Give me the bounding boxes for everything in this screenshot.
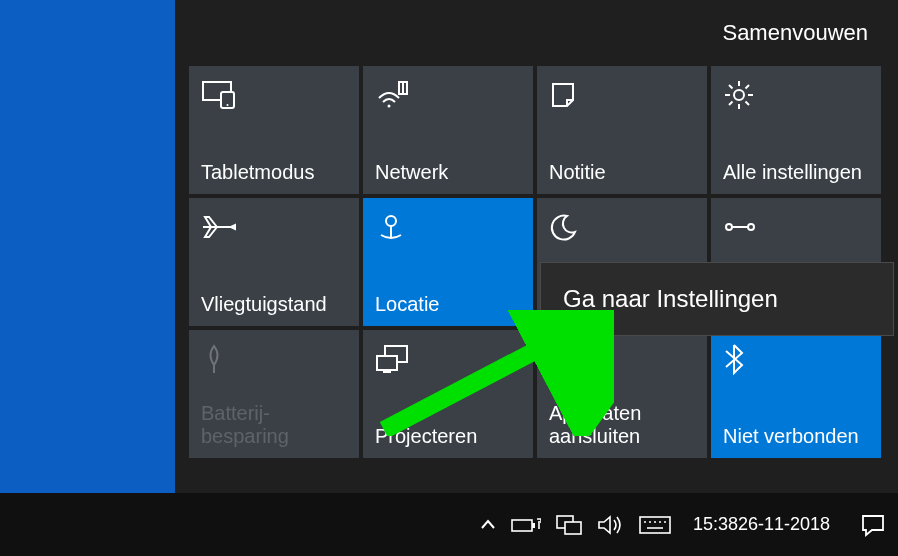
context-menu: Ga naar Instellingen (540, 262, 894, 336)
svg-rect-34 (640, 517, 670, 533)
tile-project[interactable]: Projecteren (363, 330, 533, 458)
volume-icon[interactable] (597, 493, 625, 556)
tray-overflow-chevron[interactable] (479, 493, 497, 556)
project-icon (375, 342, 415, 376)
svg-line-12 (746, 102, 750, 106)
moon-icon (549, 210, 589, 244)
svg-point-15 (386, 216, 396, 226)
svg-line-11 (729, 85, 733, 89)
svg-line-13 (729, 102, 733, 106)
location-icon (375, 210, 415, 244)
tile-label: Apparaten aansluiten (549, 402, 695, 448)
vpn-icon (723, 210, 763, 244)
svg-line-14 (746, 85, 750, 89)
tile-all-settings[interactable]: Alle instellingen (711, 66, 881, 194)
tile-label: Netwerk (375, 161, 521, 184)
clock-time: 15:38 (693, 514, 738, 536)
tile-label: Notitie (549, 161, 695, 184)
svg-rect-30 (512, 520, 532, 531)
tile-label: Alle instellingen (723, 161, 869, 184)
desktop-background-strip (0, 0, 175, 493)
svg-rect-27 (575, 346, 583, 356)
tile-connect[interactable]: Apparaten aansluiten (537, 330, 707, 458)
tile-label: Locatie (375, 293, 521, 316)
tile-label: Tabletmodus (201, 161, 347, 184)
action-center-panel: Samenvouwen Tabletmodus (175, 0, 898, 493)
collapse-button[interactable]: Samenvouwen (722, 20, 868, 46)
tile-airplane-mode[interactable]: Vliegtuigstand (189, 198, 359, 326)
tile-network[interactable]: Netwerk (363, 66, 533, 194)
svg-point-2 (227, 104, 229, 106)
svg-point-28 (578, 352, 580, 354)
power-icon[interactable] (511, 493, 541, 556)
tile-label: Batterij- besparing (201, 402, 347, 448)
svg-rect-23 (377, 356, 397, 370)
svg-point-19 (748, 224, 754, 230)
svg-point-6 (734, 90, 744, 100)
svg-point-17 (726, 224, 732, 230)
leaf-icon (201, 342, 241, 376)
airplane-icon (201, 210, 241, 244)
context-menu-item-settings[interactable]: Ga naar Instellingen (563, 285, 778, 313)
tile-location[interactable]: Locatie (363, 198, 533, 326)
wifi-icon (375, 78, 415, 112)
bluetooth-icon (723, 342, 763, 376)
taskbar: 15:38 26-11-2018 (0, 493, 898, 556)
tile-label: Vliegtuigstand (201, 293, 347, 316)
tile-note[interactable]: Notitie (537, 66, 707, 194)
taskbar-clock[interactable]: 15:38 26-11-2018 (685, 493, 838, 556)
tile-bluetooth[interactable]: Niet verbonden (711, 330, 881, 458)
gear-icon (723, 78, 763, 112)
clock-date: 26-11-2018 (738, 514, 830, 536)
svg-rect-31 (532, 523, 535, 528)
tile-label: Projecteren (375, 425, 521, 448)
tile-battery-saver[interactable]: Batterij- besparing (189, 330, 359, 458)
connect-icon (549, 342, 589, 376)
tile-label: Niet verbonden (723, 425, 869, 448)
tablet-icon (201, 78, 241, 112)
network-tray-icon[interactable] (555, 493, 583, 556)
tile-tablet-mode[interactable]: Tabletmodus (189, 66, 359, 194)
action-center-tray-icon[interactable] (858, 510, 888, 540)
note-icon (549, 78, 589, 112)
svg-point-3 (388, 105, 391, 108)
svg-rect-33 (565, 522, 581, 534)
svg-rect-25 (551, 350, 575, 366)
input-keyboard-icon[interactable] (639, 493, 671, 556)
